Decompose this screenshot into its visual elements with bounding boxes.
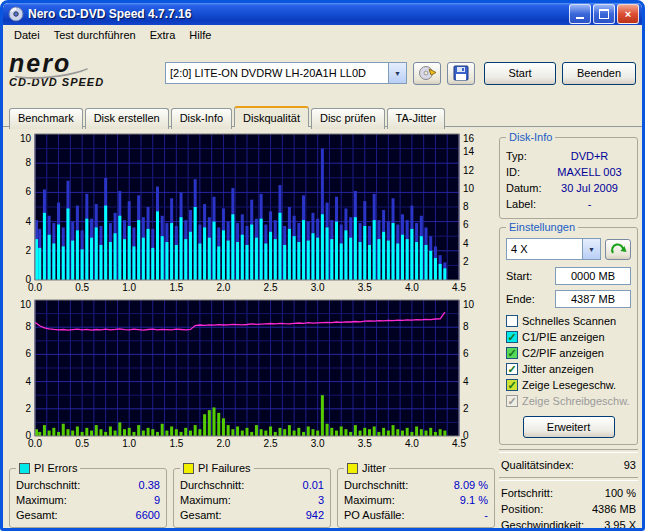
end-field[interactable]: 4387 MB xyxy=(555,290,631,308)
disk-label-value: - xyxy=(548,196,631,212)
checkbox-c1-pie[interactable]: ✓C1/PIE anzeigen xyxy=(506,329,631,345)
side-panel: Disk-Info Typ:DVD+R ID:MAXELL 003 Datum:… xyxy=(499,129,638,528)
svg-text:4: 4 xyxy=(25,376,31,387)
tab-diskqualitaet[interactable]: Diskqualität xyxy=(234,106,309,127)
svg-text:4: 4 xyxy=(25,216,31,227)
checkbox-lesegeschw[interactable]: ✓Zeige Lesegeschw. xyxy=(506,377,631,393)
progress-label: Fortschritt: xyxy=(501,485,553,501)
svg-text:2.0: 2.0 xyxy=(216,282,230,293)
menu-datei[interactable]: Datei xyxy=(7,27,47,43)
advanced-button[interactable]: Erweitert xyxy=(523,416,615,438)
stat-value: - xyxy=(484,508,488,523)
tab-disk-info[interactable]: Disk-Info xyxy=(171,108,232,129)
svg-text:3.5: 3.5 xyxy=(358,438,372,449)
svg-text:2.5: 2.5 xyxy=(264,438,278,449)
progress-value: 100 % xyxy=(605,485,636,501)
pi-errors-legend: PI Errors xyxy=(34,462,77,474)
svg-text:3.0: 3.0 xyxy=(311,282,325,293)
checkbox-icon: ✓ xyxy=(506,395,518,407)
start-field-label: Start: xyxy=(506,270,555,282)
minimize-button[interactable] xyxy=(569,4,591,24)
hand-disc-icon xyxy=(418,65,437,81)
svg-text:2.0: 2.0 xyxy=(216,438,230,449)
statistics-row: PI Errors Durchschnitt:0.38 Maximum:9 Ge… xyxy=(9,468,495,528)
checkbox-icon[interactable]: ✓ xyxy=(506,331,518,343)
svg-text:1.0: 1.0 xyxy=(122,282,136,293)
title-bar[interactable]: Nero CD-DVD Speed 4.7.7.16 × xyxy=(3,3,642,25)
settings-title: Einstellungen xyxy=(506,221,578,233)
tab-disc-pruefen[interactable]: Disc prüfen xyxy=(311,108,385,129)
svg-text:0.0: 0.0 xyxy=(28,438,42,449)
refresh-speed-button[interactable] xyxy=(605,239,631,260)
svg-text:2: 2 xyxy=(25,245,31,256)
quality-index-row: Qualitätsindex: 93 xyxy=(499,457,638,473)
checkbox-icon[interactable] xyxy=(506,315,518,327)
separator xyxy=(499,449,638,453)
speed-label: Geschwindigkeit: xyxy=(501,517,584,531)
stat-value: 9 xyxy=(154,493,160,508)
checkbox-icon[interactable]: ✓ xyxy=(506,347,518,359)
stat-label: Durchschnitt: xyxy=(344,478,408,493)
minimize-icon xyxy=(576,17,584,19)
checkbox-c2-pif[interactable]: ✓C2/PIF anzeigen xyxy=(506,345,631,361)
stat-label: Maximum: xyxy=(180,493,231,508)
chevron-down-icon[interactable]: ▼ xyxy=(388,63,406,83)
drive-select-value: [2:0] LITE-ON DVDRW LH-20A1H LL0D xyxy=(166,67,388,79)
menu-extra[interactable]: Extra xyxy=(143,27,183,43)
disk-type-value: DVD+R xyxy=(548,148,631,164)
quit-button[interactable]: Beenden xyxy=(562,62,636,85)
quality-index-value: 93 xyxy=(624,457,636,473)
stat-label: Maximum: xyxy=(16,493,67,508)
save-button[interactable] xyxy=(447,62,475,85)
cd-icon xyxy=(8,6,24,22)
chevron-down-icon[interactable]: ▼ xyxy=(582,239,600,259)
stat-value: 6600 xyxy=(136,508,160,523)
svg-text:4: 4 xyxy=(463,376,469,387)
close-button[interactable]: × xyxy=(617,4,639,24)
svg-text:8: 8 xyxy=(463,321,469,332)
menu-hilfe[interactable]: Hilfe xyxy=(182,27,218,43)
svg-text:6: 6 xyxy=(463,219,469,230)
stat-value: 8.09 % xyxy=(454,478,488,493)
speed-select[interactable]: 4 X ▼ xyxy=(506,238,601,260)
speed-select-value: 4 X xyxy=(507,243,582,255)
svg-text:3.0: 3.0 xyxy=(311,438,325,449)
svg-text:0.5: 0.5 xyxy=(75,438,89,449)
nero-logo: nero CD-DVD SPEED xyxy=(9,50,159,96)
speed-value: 3.95 X xyxy=(604,517,636,531)
tab-disk-erstellen[interactable]: Disk erstellen xyxy=(85,108,169,129)
stat-label: Durchschnitt: xyxy=(16,478,80,493)
svg-text:8: 8 xyxy=(463,201,469,212)
tab-benchmark[interactable]: Benchmark xyxy=(9,108,83,129)
jitter-legend: Jitter xyxy=(362,462,386,474)
pi-failures-statbox: PI Failures Durchschnitt:0.01 Maximum:3 … xyxy=(173,468,331,528)
drive-select[interactable]: [2:0] LITE-ON DVDRW LH-20A1H LL0D ▼ xyxy=(165,62,407,84)
start-field[interactable]: 0000 MB xyxy=(555,267,631,285)
checkbox-icon[interactable]: ✓ xyxy=(506,363,518,375)
checkbox-schnelles-scannen[interactable]: Schnelles Scannen xyxy=(506,313,631,329)
menu-bar: Datei Test durchführen Extra Hilfe xyxy=(3,25,642,45)
svg-text:12: 12 xyxy=(463,165,475,176)
maximize-button[interactable] xyxy=(593,4,615,24)
svg-text:6: 6 xyxy=(25,348,31,359)
separator xyxy=(499,477,638,481)
disk-info-label: Datum: xyxy=(506,180,548,196)
jitter-statbox: Jitter Durchschnitt:8.09 % Maximum:9.1 %… xyxy=(337,468,495,528)
stat-value: 9.1 % xyxy=(460,493,488,508)
checkbox-icon[interactable]: ✓ xyxy=(506,379,518,391)
save-icon xyxy=(453,65,469,81)
tab-strip: Benchmark Disk erstellen Disk-Info Diskq… xyxy=(3,103,642,127)
progress-row: Fortschritt: 100 % xyxy=(499,485,638,501)
svg-text:6: 6 xyxy=(463,348,469,359)
disk-info-label: Label: xyxy=(506,196,548,212)
svg-text:0.0: 0.0 xyxy=(28,282,42,293)
tab-ta-jitter[interactable]: TA-Jitter xyxy=(387,108,446,129)
svg-text:2: 2 xyxy=(463,403,469,414)
start-button[interactable]: Start xyxy=(484,62,556,85)
svg-text:2.5: 2.5 xyxy=(264,282,278,293)
menu-test-durchfuehren[interactable]: Test durchführen xyxy=(47,27,143,43)
pif-jitter-chart: 108642010864200.00.51.01.52.02.53.03.54.… xyxy=(9,299,495,451)
checkbox-jitter[interactable]: ✓Jitter anzeigen xyxy=(506,361,631,377)
svg-text:10: 10 xyxy=(20,133,32,144)
disc-action-button[interactable] xyxy=(413,62,441,85)
